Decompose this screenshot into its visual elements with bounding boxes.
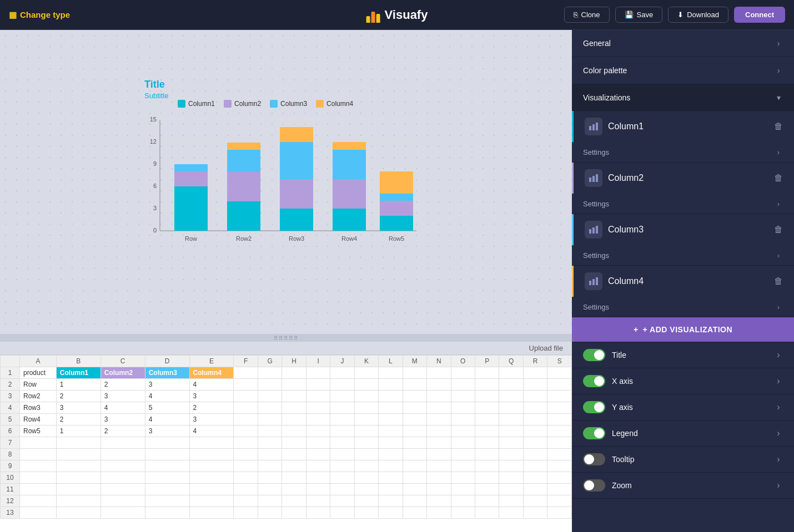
cell-r4-c16[interactable] <box>475 414 499 425</box>
cell-r3-c19[interactable] <box>547 402 572 414</box>
cell-r10-c19[interactable] <box>547 484 572 495</box>
cell-r11-c7[interactable] <box>258 495 282 507</box>
cell-r7-c11[interactable] <box>354 449 378 460</box>
cell-r2-c11[interactable] <box>354 391 378 402</box>
cell-r5-c6[interactable] <box>234 425 258 437</box>
download-button[interactable]: ⬇ Download <box>668 7 728 23</box>
cell-r4-c12[interactable] <box>379 414 403 425</box>
cell-r2-c18[interactable] <box>523 391 547 402</box>
cell-r6-c7[interactable] <box>258 437 282 449</box>
cell-r8-c16[interactable] <box>475 460 499 472</box>
cell-r7-c12[interactable] <box>379 449 403 460</box>
spreadsheet[interactable]: A B C D E F G H I J K L M N O <box>0 354 572 532</box>
cell-r5-c15[interactable] <box>451 425 475 437</box>
cell-r0-c5[interactable]: Column4 <box>189 367 234 379</box>
cell-r3-c16[interactable] <box>475 402 499 414</box>
cell-r5-c17[interactable] <box>499 425 523 437</box>
cell-r12-c0[interactable]: 13 <box>1 507 20 519</box>
cell-r12-c6[interactable] <box>234 507 258 519</box>
cell-r12-c16[interactable] <box>475 507 499 519</box>
cell-r4-c1[interactable]: Row4 <box>20 414 57 425</box>
cell-r8-c5[interactable] <box>189 460 234 472</box>
cell-r8-c18[interactable] <box>523 460 547 472</box>
cell-r9-c5[interactable] <box>189 472 234 484</box>
cell-r2-c5[interactable]: 3 <box>189 391 234 402</box>
cell-r9-c12[interactable] <box>379 472 403 484</box>
cell-r12-c14[interactable] <box>427 507 451 519</box>
cell-r11-c10[interactable] <box>330 495 354 507</box>
cell-r9-c11[interactable] <box>354 472 378 484</box>
cell-r5-c16[interactable] <box>475 425 499 437</box>
cell-r8-c15[interactable] <box>451 460 475 472</box>
cell-r10-c6[interactable] <box>234 484 258 495</box>
cell-r8-c14[interactable] <box>427 460 451 472</box>
cell-r10-c16[interactable] <box>475 484 499 495</box>
cell-r3-c15[interactable] <box>451 402 475 414</box>
cell-r5-c3[interactable]: 2 <box>100 425 145 437</box>
cell-r0-c19[interactable] <box>547 367 572 379</box>
cell-r1-c9[interactable] <box>306 379 330 391</box>
cell-r1-c14[interactable] <box>427 379 451 391</box>
cell-r4-c14[interactable] <box>427 414 451 425</box>
cell-r7-c0[interactable]: 8 <box>1 449 20 460</box>
cell-r11-c5[interactable] <box>189 495 234 507</box>
cell-r10-c13[interactable] <box>403 484 426 495</box>
cell-r5-c9[interactable] <box>306 425 330 437</box>
cell-r6-c15[interactable] <box>451 437 475 449</box>
cell-r0-c8[interactable] <box>282 367 306 379</box>
cell-r10-c15[interactable] <box>451 484 475 495</box>
cell-r1-c15[interactable] <box>451 379 475 391</box>
save-button[interactable]: 💾 Save <box>615 7 663 23</box>
cell-r8-c3[interactable] <box>100 460 145 472</box>
cell-r1-c12[interactable] <box>379 379 403 391</box>
cell-r4-c11[interactable] <box>354 414 378 425</box>
cell-r2-c15[interactable] <box>451 391 475 402</box>
cell-r12-c8[interactable] <box>282 507 306 519</box>
cell-r7-c8[interactable] <box>282 449 306 460</box>
cell-r3-c12[interactable] <box>379 402 403 414</box>
cell-r4-c10[interactable] <box>330 414 354 425</box>
cell-r6-c12[interactable] <box>379 437 403 449</box>
cell-r5-c14[interactable] <box>427 425 451 437</box>
cell-r12-c1[interactable] <box>20 507 57 519</box>
cell-r9-c4[interactable] <box>145 472 189 484</box>
cell-r10-c2[interactable] <box>56 484 100 495</box>
cell-r4-c5[interactable]: 3 <box>189 414 234 425</box>
cell-r8-c9[interactable] <box>306 460 330 472</box>
cell-r11-c11[interactable] <box>354 495 378 507</box>
cell-r6-c0[interactable]: 7 <box>1 437 20 449</box>
cell-r2-c14[interactable] <box>427 391 451 402</box>
cell-r12-c2[interactable] <box>56 507 100 519</box>
cell-r5-c4[interactable]: 3 <box>145 425 189 437</box>
add-visualization-button[interactable]: + + ADD VISUALIZATION <box>572 317 794 342</box>
cell-r0-c1[interactable]: product <box>20 367 57 379</box>
cell-r8-c17[interactable] <box>499 460 523 472</box>
cell-r1-c1[interactable]: Row <box>20 379 57 391</box>
cell-r9-c6[interactable] <box>234 472 258 484</box>
cell-r6-c6[interactable] <box>234 437 258 449</box>
cell-r2-c2[interactable]: 2 <box>56 391 100 402</box>
toggle-yaxis[interactable]: Y axis › <box>572 394 794 420</box>
change-type-button[interactable]: ▦ Change type <box>9 10 70 20</box>
cell-r2-c9[interactable] <box>306 391 330 402</box>
cell-r5-c2[interactable]: 1 <box>56 425 100 437</box>
connect-button[interactable]: Connect <box>734 7 785 23</box>
cell-r7-c7[interactable] <box>258 449 282 460</box>
cell-r10-c7[interactable] <box>258 484 282 495</box>
toggle-legend[interactable]: Legend › <box>572 420 794 447</box>
cell-r9-c14[interactable] <box>427 472 451 484</box>
cell-r4-c13[interactable] <box>403 414 426 425</box>
cell-r4-c4[interactable]: 4 <box>145 414 189 425</box>
cell-r12-c19[interactable] <box>547 507 572 519</box>
cell-r3-c7[interactable] <box>258 402 282 414</box>
cell-r6-c4[interactable] <box>145 437 189 449</box>
cell-r1-c0[interactable]: 2 <box>1 379 20 391</box>
cell-r3-c14[interactable] <box>427 402 451 414</box>
cell-r0-c14[interactable] <box>427 367 451 379</box>
cell-r5-c12[interactable] <box>379 425 403 437</box>
cell-r9-c2[interactable] <box>56 472 100 484</box>
cell-r4-c17[interactable] <box>499 414 523 425</box>
cell-r8-c7[interactable] <box>258 460 282 472</box>
cell-r1-c16[interactable] <box>475 379 499 391</box>
cell-r10-c11[interactable] <box>354 484 378 495</box>
